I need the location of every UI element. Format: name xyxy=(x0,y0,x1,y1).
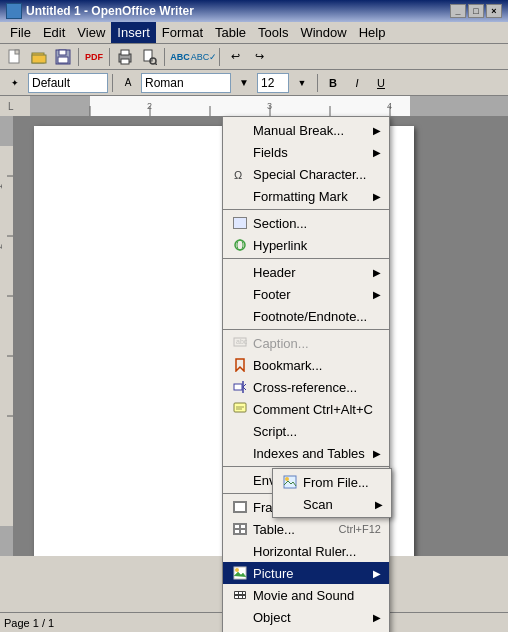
svg-marker-43 xyxy=(236,359,244,371)
status-text: Page 1 / 1 xyxy=(4,617,54,629)
maximize-button[interactable]: □ xyxy=(468,4,484,18)
menu-formatting-mark[interactable]: Formatting Mark ▶ xyxy=(223,185,389,207)
section-icon xyxy=(231,215,249,231)
menu-tools[interactable]: Tools xyxy=(252,22,294,43)
envelope-icon xyxy=(231,472,249,488)
font-size-arrow[interactable]: ▼ xyxy=(291,72,313,94)
menu-caption[interactable]: abc Caption... xyxy=(223,332,389,354)
h-ruler-label: Horizontal Ruler... xyxy=(253,544,381,559)
insert-menu: Manual Break... ▶ Fields ▶ Ω Special Cha… xyxy=(222,116,390,632)
open-button[interactable] xyxy=(28,46,50,68)
indexes-label: Indexes and Tables xyxy=(253,446,373,461)
menu-fields[interactable]: Fields ▶ xyxy=(223,141,389,163)
scan-label: Scan xyxy=(303,497,375,512)
divider-1 xyxy=(223,209,389,210)
italic-button[interactable]: I xyxy=(346,72,368,94)
print-button[interactable] xyxy=(114,46,136,68)
print-preview-button[interactable] xyxy=(138,46,160,68)
menu-script[interactable]: Script... xyxy=(223,420,389,442)
menu-bookmark[interactable]: Bookmark... xyxy=(223,354,389,376)
header-label: Header xyxy=(253,265,373,280)
menu-window[interactable]: Window xyxy=(294,22,352,43)
menu-insert[interactable]: Insert xyxy=(111,22,156,43)
font-size-input[interactable] xyxy=(257,73,289,93)
svg-rect-55 xyxy=(239,592,242,594)
hyperlink-icon xyxy=(231,237,249,253)
menu-header[interactable]: Header ▶ xyxy=(223,261,389,283)
new-button[interactable] xyxy=(4,46,26,68)
picture-submenu: From File... Scan ▶ xyxy=(272,468,392,518)
menu-scan[interactable]: Scan ▶ xyxy=(273,493,391,515)
svg-rect-28 xyxy=(0,116,14,146)
toolbar-sep-2 xyxy=(109,48,110,66)
h-ruler-icon xyxy=(231,543,249,559)
menu-section[interactable]: Section... xyxy=(223,212,389,234)
menu-format[interactable]: Format xyxy=(156,22,209,43)
menu-table[interactable]: Table xyxy=(209,22,252,43)
redo-button[interactable]: ↪ xyxy=(248,46,270,68)
menu-footer[interactable]: Footer ▶ xyxy=(223,283,389,305)
object-label: Object xyxy=(253,610,373,625)
svg-line-12 xyxy=(155,63,157,65)
menu-help[interactable]: Help xyxy=(353,22,392,43)
indexes-icon xyxy=(231,445,249,461)
svg-text:1: 1 xyxy=(0,184,4,189)
styles-dropdown-icon: ✦ xyxy=(4,72,26,94)
title-bar-buttons[interactable]: _ □ × xyxy=(450,4,502,18)
svg-rect-13 xyxy=(0,96,30,116)
menu-floating[interactable]: Floating Frame xyxy=(223,628,389,632)
menu-movie[interactable]: Movie and Sound xyxy=(223,584,389,606)
picture-label: Picture xyxy=(253,566,373,581)
menu-view[interactable]: View xyxy=(71,22,111,43)
footnote-icon xyxy=(231,308,249,324)
divider-3 xyxy=(223,329,389,330)
menu-object[interactable]: Object ▶ xyxy=(223,606,389,628)
menu-cross-ref[interactable]: Cross-reference... xyxy=(223,376,389,398)
menu-picture[interactable]: Picture ▶ xyxy=(223,562,389,584)
header-arrow: ▶ xyxy=(373,267,381,278)
svg-point-40 xyxy=(237,240,243,250)
pdf-button[interactable]: PDF xyxy=(83,46,105,68)
table-icon xyxy=(231,521,249,537)
ruler-corner: L xyxy=(0,96,30,116)
footnote-label: Footnote/Endnote... xyxy=(253,309,381,324)
close-button[interactable]: × xyxy=(486,4,502,18)
font-icon: A xyxy=(117,72,139,94)
fields-arrow: ▶ xyxy=(373,147,381,158)
hyperlink-label: Hyperlink xyxy=(253,238,381,253)
menu-footnote[interactable]: Footnote/Endnote... xyxy=(223,305,389,327)
special-char-label: Special Character... xyxy=(253,167,381,182)
bookmark-label: Bookmark... xyxy=(253,358,381,373)
menu-special-char[interactable]: Ω Special Character... xyxy=(223,163,389,185)
svg-text:3: 3 xyxy=(267,101,272,111)
autocorrect-button[interactable]: ABC✓ xyxy=(193,46,215,68)
undo-button[interactable]: ↩ xyxy=(224,46,246,68)
menu-table-item[interactable]: Table... Ctrl+F12 xyxy=(223,518,389,540)
menu-comment[interactable]: Comment Ctrl+Alt+C xyxy=(223,398,389,420)
underline-button[interactable]: U xyxy=(370,72,392,94)
svg-rect-54 xyxy=(235,592,238,594)
svg-text:2: 2 xyxy=(0,244,4,249)
bold-button[interactable]: B xyxy=(322,72,344,94)
from-file-label: From File... xyxy=(303,475,383,490)
menu-indexes[interactable]: Indexes and Tables ▶ xyxy=(223,442,389,464)
menu-edit[interactable]: Edit xyxy=(37,22,71,43)
menu-manual-break[interactable]: Manual Break... ▶ xyxy=(223,119,389,141)
font-name-input[interactable] xyxy=(141,73,231,93)
menu-h-ruler[interactable]: Horizontal Ruler... xyxy=(223,540,389,562)
footer-arrow: ▶ xyxy=(373,289,381,300)
menu-file[interactable]: File xyxy=(4,22,37,43)
movie-icon xyxy=(231,587,249,603)
menu-hyperlink[interactable]: Hyperlink xyxy=(223,234,389,256)
save-button[interactable] xyxy=(52,46,74,68)
svg-rect-1 xyxy=(15,50,19,54)
svg-rect-18 xyxy=(90,96,410,116)
header-icon xyxy=(231,264,249,280)
minimize-button[interactable]: _ xyxy=(450,4,466,18)
svg-text:Ω: Ω xyxy=(234,169,242,181)
bookmark-icon xyxy=(231,357,249,373)
style-selector[interactable] xyxy=(28,73,108,93)
spellcheck-button[interactable]: ABC xyxy=(169,46,191,68)
menu-from-file[interactable]: From File... xyxy=(273,471,391,493)
svg-text:abc: abc xyxy=(236,338,247,345)
